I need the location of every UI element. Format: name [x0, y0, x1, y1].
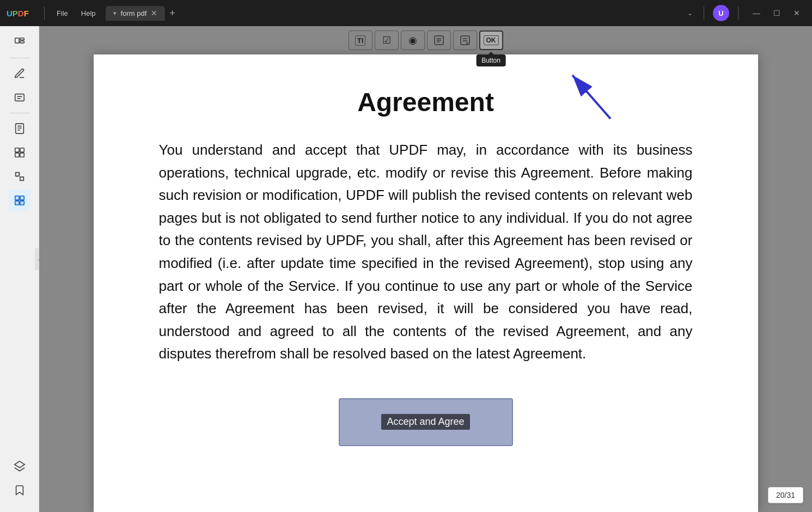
user-avatar[interactable]: U [713, 5, 729, 21]
menu-file[interactable]: File [51, 7, 74, 20]
maximize-button[interactable]: ☐ [768, 7, 786, 20]
sidebar-icon-form[interactable] [9, 190, 30, 211]
titlebar-separator [44, 7, 45, 20]
menu-help[interactable]: Help [76, 7, 101, 20]
close-button[interactable]: ✕ [788, 7, 805, 20]
svg-rect-11 [20, 148, 23, 152]
accept-and-agree-button[interactable]: Accept and Agree [339, 398, 513, 446]
tab-bar: ▾ form pdf ✕ + [106, 6, 685, 21]
sidebar-icon-organize[interactable] [9, 142, 30, 163]
svg-rect-12 [15, 153, 19, 157]
pdf-document-title: Agreement [159, 87, 693, 117]
sidebar-icon-bookmark[interactable] [9, 479, 30, 501]
tab-form-pdf[interactable]: ▾ form pdf ✕ [106, 6, 166, 21]
sidebar-icon-layers[interactable] [9, 455, 30, 477]
titlebar-sep-2 [704, 7, 704, 20]
sidebar-icon-compress[interactable] [9, 166, 30, 187]
sidebar-sep-1 [10, 58, 29, 58]
pdf-page: Agreement You understand and accept that… [94, 54, 758, 512]
svg-rect-19 [20, 201, 23, 205]
toolbar-checkbox-button[interactable]: ☑ [375, 31, 399, 50]
svg-rect-10 [15, 148, 19, 152]
sidebar: ‹ [0, 26, 39, 512]
svg-rect-6 [15, 124, 23, 133]
accept-button-container: Accept and Agree [159, 398, 693, 446]
app-logo: UPDF [7, 9, 29, 18]
sidebar-icon-text[interactable] [9, 87, 30, 108]
svg-rect-2 [20, 41, 23, 43]
pdf-toolbar: TI ☑ ◉ [39, 26, 812, 54]
svg-marker-20 [14, 461, 24, 468]
main-area: ‹ TI ☑ ◉ [0, 26, 812, 512]
toolbar-radio-button[interactable]: ◉ [401, 31, 425, 50]
titlebar: UPDF File Help ▾ form pdf ✕ + ⌄ U — ☐ ✕ [0, 0, 812, 26]
svg-rect-0 [15, 38, 19, 43]
titlebar-controls: ⌄ U — ☐ ✕ [685, 5, 805, 21]
svg-rect-16 [15, 196, 19, 200]
toolbar-dropdown-button[interactable] [453, 31, 477, 50]
toolbar-listbox-button[interactable] [427, 31, 451, 50]
minimize-button[interactable]: — [747, 7, 766, 20]
svg-rect-18 [15, 201, 19, 205]
sidebar-bottom [9, 455, 30, 507]
titlebar-sep-3 [738, 7, 738, 20]
svg-rect-25 [461, 36, 469, 45]
sidebar-icon-pages[interactable] [9, 118, 30, 139]
svg-rect-13 [20, 153, 23, 157]
sidebar-icon-thumbnails[interactable] [9, 32, 30, 53]
toolbar-text-field-button[interactable]: TI [349, 31, 373, 50]
menu-bar: File Help [51, 7, 101, 20]
sidebar-icon-pen[interactable] [9, 63, 30, 84]
svg-rect-17 [20, 196, 23, 200]
tab-add-button[interactable]: + [169, 8, 175, 19]
page-number-indicator: 20/31 [768, 487, 803, 503]
pdf-area: TI ☑ ◉ [39, 26, 812, 512]
sidebar-sep-2 [10, 113, 29, 113]
svg-rect-1 [20, 38, 23, 40]
pdf-body-text: You understand and accept that UPDF may,… [159, 139, 693, 365]
toolbar-button-button[interactable]: OK Button [479, 31, 503, 50]
tab-name-label: form pdf [121, 9, 147, 17]
accept-button-label: Accept and Agree [381, 414, 469, 430]
titlebar-more-button[interactable]: ⌄ [685, 7, 695, 19]
svg-rect-3 [15, 94, 24, 101]
tab-dropdown-icon[interactable]: ▾ [113, 10, 117, 17]
tab-close-icon[interactable]: ✕ [151, 9, 157, 17]
